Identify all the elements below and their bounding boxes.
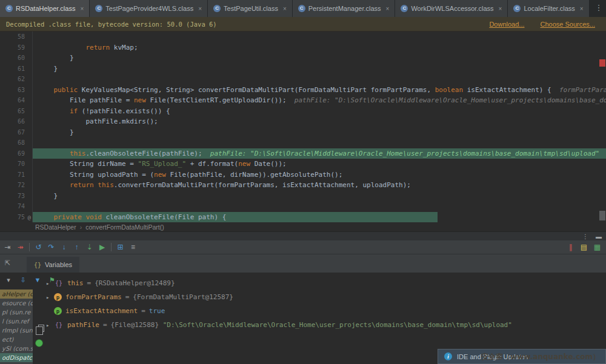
choose-sources-link[interactable]: Choose Sources... [541, 21, 596, 28]
panel-menu-icon[interactable]: ⋮ [582, 233, 589, 241]
show-execution-point-icon[interactable]: ⇥ [2, 242, 13, 253]
line-number[interactable]: 66 [0, 116, 33, 127]
code-text[interactable]: } [33, 53, 606, 64]
code-text[interactable]: if (!pathFile.exists()) { [33, 106, 606, 117]
line-number[interactable]: 72 [0, 180, 33, 191]
line-number[interactable]: 63 [0, 85, 33, 96]
code-line[interactable]: 60 } [0, 53, 606, 64]
code-line[interactable]: 65 if (!pathFile.exists()) { [0, 106, 606, 117]
close-icon[interactable]: × [580, 5, 584, 12]
code-line[interactable]: 63 public KeyValuesMap<String, String> c… [0, 85, 606, 96]
panel-hide-icon[interactable]: ▬ [595, 233, 602, 241]
breadcrumb-class[interactable]: RSDataHelper [35, 223, 76, 231]
stack-frame[interactable]: ect) [0, 335, 33, 344]
line-number[interactable]: 68 [0, 137, 33, 148]
line-number[interactable]: 69 [0, 148, 33, 159]
code-line[interactable]: 70 String dirName = "RS_Upload_" + df.fo… [0, 159, 606, 170]
code-text[interactable] [33, 137, 606, 148]
code-text[interactable]: this.cleanObsoleteFile(pathFile); pathFi… [33, 148, 606, 159]
code-line[interactable]: 74 [0, 201, 606, 212]
variable-row[interactable]: ▸pformPartParams={FormDataMultiPart@1258… [0, 290, 606, 304]
variable-row[interactable]: ▸{}pathFile={File@12588} "D:\Soft\Oracle… [0, 318, 606, 332]
evaluate-expression-icon[interactable]: ⊞ [115, 242, 126, 253]
line-number[interactable]: 58 [0, 31, 33, 42]
tab-localefilter-class[interactable]: CLocaleFilter.class× [508, 0, 589, 17]
error-stripe-mark[interactable] [599, 59, 605, 67]
step-into-icon[interactable]: ↓ [58, 242, 70, 253]
layout-settings-icon[interactable]: ▦ [591, 242, 603, 253]
line-number[interactable]: 75@ [0, 212, 33, 223]
tab-rsdatahelper-class[interactable]: CRSDataHelper.class× [0, 0, 90, 17]
close-icon[interactable]: × [80, 5, 84, 12]
line-number[interactable]: 62 [0, 74, 33, 85]
resume-icon[interactable]: ▶ [96, 242, 108, 253]
expand-chevron-icon[interactable]: ▸ [46, 322, 54, 328]
code-line[interactable]: 68 [0, 137, 606, 148]
download-link[interactable]: Download... [489, 21, 524, 28]
stack-frame[interactable]: odDispatc [0, 353, 33, 362]
code-text[interactable]: File pathFile = new File(TestClientRT.ge… [33, 95, 606, 106]
mute-breakpoints-icon[interactable]: ∥ [565, 242, 576, 253]
code-text[interactable] [33, 31, 606, 42]
code-text[interactable]: String uploadPath = (new File(pathFile, … [33, 170, 606, 180]
code-text[interactable]: pathFile.mkdirs(); [33, 116, 606, 127]
code-text[interactable] [33, 201, 606, 212]
code-text[interactable]: return kvMap; [33, 42, 606, 53]
code-line[interactable]: 72 return this.convertFormDataMultiPart(… [0, 180, 606, 191]
code-text[interactable]: return this.convertFormDataMultiPart(for… [33, 180, 606, 191]
code-line[interactable]: 64 File pathFile = new File(TestClientRT… [0, 95, 606, 106]
line-number[interactable]: 74 [0, 201, 33, 212]
line-number[interactable]: 67 [0, 127, 33, 138]
code-line[interactable]: 73 } [0, 191, 606, 202]
tab-testpageprovider4wls-class[interactable]: CTestPageProvider4WLS.class× [90, 0, 208, 17]
breadcrumb-method[interactable]: convertFormDataMultiPart() [85, 223, 164, 231]
run-to-cursor-icon[interactable]: ⇣ [84, 242, 95, 253]
toolbar-settings-icon[interactable]: ≡ [127, 242, 139, 253]
variable-row[interactable]: ▸{}this={RSDataHelper@12489} [0, 276, 606, 290]
code-text[interactable]: } [33, 64, 606, 74]
line-number[interactable]: 70 [0, 159, 33, 170]
code-text[interactable] [33, 74, 606, 85]
code-text[interactable]: } [33, 191, 606, 202]
code-text[interactable]: private void cleanObsoleteFile(File path… [33, 212, 606, 223]
close-icon[interactable]: × [198, 5, 202, 12]
code-line[interactable]: 62 [0, 74, 606, 85]
line-number[interactable]: 61 [0, 64, 33, 74]
code-line[interactable]: 66 pathFile.mkdirs(); [0, 116, 606, 127]
code-line[interactable]: 69 this.cleanObsoleteFile(pathFile); pat… [0, 148, 606, 159]
code-line[interactable]: 61 } [0, 64, 606, 74]
expand-chevron-icon[interactable]: ▸ [46, 294, 54, 300]
restore-icon[interactable]: ⇱ [5, 259, 10, 267]
view-breakpoints-icon[interactable]: ▤ [578, 242, 590, 253]
code-line[interactable]: 59 return kvMap; [0, 42, 606, 53]
step-out-icon[interactable]: ↑ [71, 242, 82, 253]
tab-workdirwlsaccessor-class[interactable]: CWorkDirWLSAccessor.class× [395, 0, 508, 17]
step-over-icon[interactable]: ↷ [45, 242, 57, 253]
variable-row[interactable]: pisExtactAttachment=true [0, 304, 606, 318]
line-number[interactable]: 64 [0, 95, 33, 106]
close-icon[interactable]: × [386, 5, 390, 12]
settings-circle-icon[interactable] [35, 339, 43, 347]
line-number[interactable]: 60 [0, 53, 33, 64]
code-text[interactable]: } [33, 127, 606, 138]
close-icon[interactable]: × [283, 5, 287, 12]
code-text[interactable]: String dirName = "RS_Upload_" + df.forma… [33, 159, 606, 170]
code-line[interactable]: 71 String uploadPath = (new File(pathFil… [0, 170, 606, 180]
tab-persistentmanager-class[interactable]: CPersistentManager.class× [293, 0, 396, 17]
code-line[interactable]: 58 [0, 31, 606, 42]
step-back-icon[interactable]: ↺ [33, 242, 44, 253]
tab-variables[interactable]: {} Variables [27, 257, 79, 273]
tab-options-icon[interactable]: ⋮ [590, 0, 606, 17]
line-number[interactable]: 59 [0, 42, 33, 53]
code-line[interactable]: 67 } [0, 127, 606, 138]
code-text[interactable]: public KeyValuesMap<String, String> conv… [33, 85, 606, 96]
line-number[interactable]: 73 [0, 191, 33, 202]
close-icon[interactable]: × [499, 5, 502, 12]
code-line[interactable]: 75@ private void cleanObsoleteFile(File … [0, 212, 606, 223]
line-number[interactable]: 65 [0, 106, 33, 117]
line-number[interactable]: 71 [0, 170, 33, 180]
editor[interactable]: 5859 return kvMap;60 }61 }6263 public Ke… [0, 31, 606, 223]
expand-chevron-icon[interactable]: ▸ [46, 280, 54, 286]
tab-testpageutil-class[interactable]: CTestPageUtil.class× [208, 0, 293, 17]
scrollbar-thumb[interactable] [599, 211, 605, 220]
